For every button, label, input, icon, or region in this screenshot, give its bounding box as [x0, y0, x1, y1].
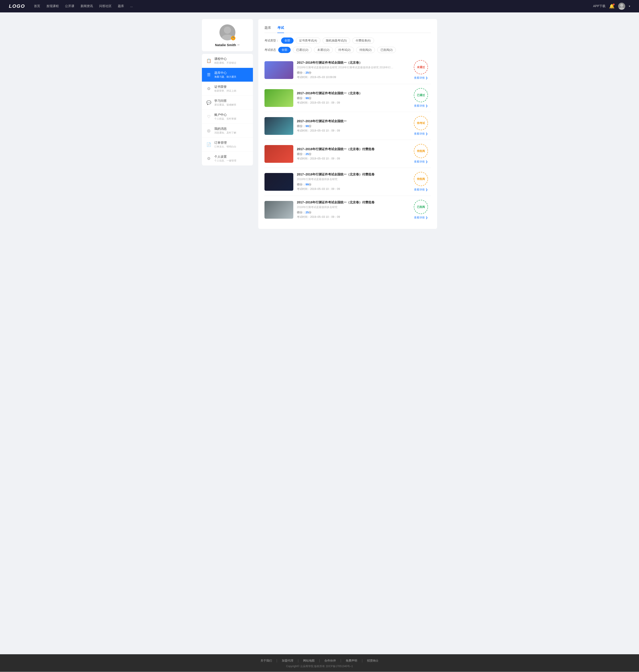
filter-type-row: 考试类型： 全部证书类考试(4)随机抽题考试(5)付费批卷(6)	[264, 37, 431, 44]
main-content: 题库考试 考试类型： 全部证书类考试(4)随机抽题考试(5)付费批卷(6) 考试…	[258, 19, 437, 647]
sidebar-item-sub: 收获荣誉、持证上岗	[214, 89, 236, 93]
navbar-link[interactable]: ...	[130, 4, 133, 8]
filter-status-passed[interactable]: 已通过(2)	[293, 47, 312, 53]
filter-status-pending[interactable]: 待考试(2)	[335, 47, 354, 53]
exam-detail-link[interactable]: 查看详情 ❯	[414, 132, 427, 136]
sidebar-item-sub: 海量习题、助力通关	[214, 75, 236, 79]
filter-status-reviewed[interactable]: 已批阅(2)	[377, 47, 396, 53]
exam-desc: 2018年行测考试是最值得多去研究	[297, 205, 407, 209]
exam-detail-link[interactable]: 查看详情 ❯	[414, 216, 427, 220]
footer-links: 关于我们|加盟代理|网站地图|合作伙伴|免费声明|招贤纳士	[0, 659, 639, 663]
exam-score-value: 99	[306, 124, 309, 128]
sidebar: 🏅 Natalie Smith ✏ 📋 课程中心 精彩课程、不容错过 ☰ 题库中…	[202, 19, 253, 647]
sidebar-item-question[interactable]: ☰ 题库中心 海量习题、助力通关	[202, 68, 253, 82]
exam-status-stamp: 已批阅	[414, 200, 428, 214]
exam-status-stamp: 待考试	[414, 116, 428, 130]
footer-separator: |	[298, 659, 299, 663]
table-row: 2017–2018年行测证件考试全国统一（北京卷）付费批卷 得分：25分 考试时…	[264, 140, 431, 168]
filter-type-all[interactable]: 全部	[281, 37, 294, 44]
navbar: LOGO 首页发现课程公开课新闻资讯问答社区题库... APP下载 🔔 ▾	[0, 0, 639, 12]
app-download-button[interactable]: APP下载	[593, 4, 606, 8]
exam-info: 2017–2018年行测证件考试全国统一 得分：99分 考试时间：2019–05…	[297, 119, 407, 133]
navbar-link[interactable]: 问答社区	[99, 4, 112, 8]
message-icon: ◎	[206, 128, 211, 133]
footer-link[interactable]: 网站地图	[303, 659, 315, 663]
exam-score-label: 得分：	[297, 183, 306, 186]
table-row: 2017–2018年行测证件考试全国统一（北京卷）付费批卷 2018年行测考试是…	[264, 168, 431, 196]
sidebar-item-account[interactable]: ♡ 账户中心 个人权益、实时掌握	[202, 110, 253, 124]
footer-link[interactable]: 合作伙伴	[324, 659, 336, 663]
footer-link[interactable]: 加盟代理	[282, 659, 293, 663]
filter-type-cert[interactable]: 证书类考试(4)	[296, 37, 321, 44]
footer-separator: |	[362, 659, 362, 663]
profile-edit-icon[interactable]: ✏	[237, 43, 240, 47]
course-icon: 📋	[206, 58, 211, 63]
exam-score-value: 99	[306, 183, 309, 186]
avatar[interactable]	[618, 3, 625, 10]
filter-type-random[interactable]: 随机抽题考试(5)	[323, 37, 350, 44]
filter-status-failed[interactable]: 未通过(2)	[314, 47, 333, 53]
exam-score-value: 25	[306, 211, 309, 214]
notification-bell[interactable]: 🔔	[609, 3, 614, 9]
navbar-link[interactable]: 新闻资讯	[80, 4, 93, 8]
footer-link[interactable]: 免费声明	[346, 659, 357, 663]
exam-thumbnail	[264, 117, 293, 135]
exam-detail-link[interactable]: 查看详情 ❯	[414, 104, 427, 108]
exam-time-row: 考试时间：2019–05–03 10：09：09	[297, 157, 407, 161]
navbar-link[interactable]: 题库	[118, 4, 124, 8]
sidebar-item-sub: 个人信息、一键管理	[214, 159, 236, 162]
sidebar-item-honor[interactable]: ⚙ 证书荣誉 收获荣誉、持证上岗	[202, 82, 253, 96]
tab-bank[interactable]: 题库	[264, 25, 271, 33]
tab-exam[interactable]: 考试	[277, 25, 284, 33]
exam-title: 2017–2018年行测证件考试全国统一（北京卷）	[297, 61, 407, 65]
exam-score-label: 得分：	[297, 211, 306, 214]
sidebar-menu: 📋 课程中心 精彩课程、不容错过 ☰ 题库中心 海量习题、助力通关 ⚙ 证书荣誉…	[202, 54, 253, 165]
profile-name: Natalie Smith	[215, 43, 236, 47]
sidebar-item-qa[interactable]: 💬 学习问答 课后重温、疑难解答	[202, 96, 253, 110]
exam-right: 已批阅 查看详情 ❯	[411, 200, 431, 220]
sidebar-item-order[interactable]: 📄 订单管理 订单支出、明明白白	[202, 138, 253, 152]
filter-status-all[interactable]: 全部	[278, 47, 291, 53]
chevron-down-icon[interactable]: ▾	[629, 5, 630, 8]
sidebar-item-sub: 精彩课程、不容错过	[214, 61, 236, 65]
sidebar-item-course[interactable]: 📋 课程中心 精彩课程、不容错过	[202, 54, 253, 68]
exam-status-stamp: 未通过	[414, 60, 428, 74]
notification-dot	[613, 3, 614, 5]
exam-info: 2017–2018年行测证件考试全国统一（北京卷） 2018年行测考试是最值得多…	[297, 61, 407, 79]
exam-score-suffix: 分	[309, 96, 312, 100]
exam-detail-link[interactable]: 查看详情 ❯	[414, 188, 427, 192]
table-row: 2017–2018年行测证件考试全国统一（北京卷）付费批卷 2018年行测考试是…	[264, 196, 431, 224]
footer-link[interactable]: 关于我们	[261, 659, 272, 663]
exam-time-row: 考试时间：2019–05–03 10：09：09	[297, 101, 407, 105]
exam-score-suffix: 分	[309, 211, 312, 214]
exam-status-stamp: 待批阅	[414, 172, 428, 186]
navbar-link[interactable]: 首页	[34, 4, 40, 8]
sidebar-item-settings[interactable]: ⚙ 个人设置 个人信息、一键管理	[202, 152, 253, 165]
qa-icon: 💬	[206, 100, 211, 105]
exam-detail-link[interactable]: 查看详情 ❯	[414, 76, 427, 80]
navbar-link[interactable]: 公开课	[65, 4, 74, 8]
exam-score-row: 得分：99分	[297, 96, 407, 100]
exam-time-row: 考试时间：2019–05–03 10：09：09	[297, 215, 407, 219]
exam-thumbnail	[264, 145, 293, 163]
navbar-links: 首页发现课程公开课新闻资讯问答社区题库...	[34, 4, 593, 8]
filter-status-review[interactable]: 待批阅(2)	[356, 47, 375, 53]
exam-thumbnail	[264, 89, 293, 107]
exam-info: 2017–2018年行测证件考试全国统一（北京卷）付费批卷 2018年行测考试是…	[297, 201, 407, 219]
exam-desc: 2018年行测考试是最值得多去研究	[297, 177, 407, 181]
exam-score-value: 99	[306, 96, 309, 100]
sidebar-item-message[interactable]: ◎ 我的消息 消息通知、及时了解	[202, 124, 253, 138]
exam-title: 2017–2018年行测证件考试全国统一（北京卷）付费批卷	[297, 173, 407, 177]
exam-right: 待批阅 查看详情 ❯	[411, 144, 431, 164]
exam-score-row: 得分：99分	[297, 182, 407, 187]
filter-status-label: 考试状态	[264, 48, 276, 52]
filter-type-paid[interactable]: 付费批卷(6)	[352, 37, 374, 44]
exam-score-label: 得分：	[297, 71, 306, 74]
profile-name-row: Natalie Smith ✏	[215, 43, 240, 47]
footer-link[interactable]: 招贤纳士	[367, 659, 378, 663]
navbar-link[interactable]: 发现课程	[46, 4, 59, 8]
sidebar-item-sub: 个人权益、实时掌握	[214, 117, 236, 121]
exam-detail-link[interactable]: 查看详情 ❯	[414, 160, 427, 164]
footer-separator: |	[319, 659, 320, 663]
question-icon: ☰	[206, 72, 211, 77]
